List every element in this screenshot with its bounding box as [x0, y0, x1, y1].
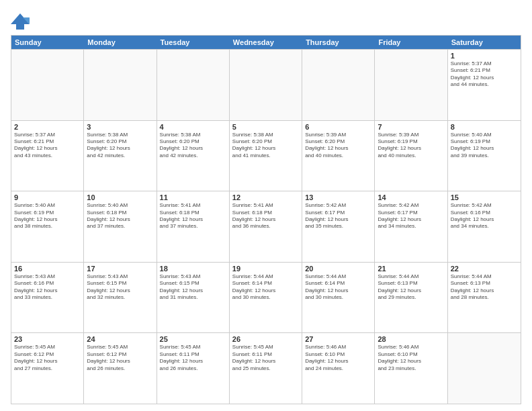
day-info: Sunrise: 5:43 AM Sunset: 6:16 PM Dayligh… [14, 273, 81, 302]
day-info: Sunrise: 5:45 AM Sunset: 6:12 PM Dayligh… [14, 344, 81, 372]
day-cell-5: 5Sunrise: 5:38 AM Sunset: 6:20 PM Daylig… [230, 121, 302, 191]
day-cell-23: 23Sunrise: 5:45 AM Sunset: 6:12 PM Dayli… [11, 333, 84, 404]
weekday-header-monday: Monday [84, 36, 157, 49]
day-cell-7: 7Sunrise: 5:39 AM Sunset: 6:19 PM Daylig… [375, 121, 447, 191]
day-cell-25: 25Sunrise: 5:45 AM Sunset: 6:11 PM Dayli… [157, 333, 230, 404]
day-info: Sunrise: 5:39 AM Sunset: 6:19 PM Dayligh… [378, 132, 444, 160]
day-cell-9: 9Sunrise: 5:40 AM Sunset: 6:19 PM Daylig… [11, 191, 84, 262]
day-cell-3: 3Sunrise: 5:38 AM Sunset: 6:20 PM Daylig… [84, 121, 157, 191]
day-info: Sunrise: 5:46 AM Sunset: 6:10 PM Dayligh… [305, 344, 371, 372]
day-number: 16 [14, 265, 81, 273]
day-cell-2: 2Sunrise: 5:37 AM Sunset: 6:21 PM Daylig… [11, 121, 84, 191]
day-number: 20 [305, 265, 371, 273]
day-cell-19: 19Sunrise: 5:44 AM Sunset: 6:14 PM Dayli… [230, 263, 302, 333]
day-number: 15 [451, 193, 518, 201]
empty-cell-0-3 [230, 50, 302, 120]
day-cell-1: 1Sunrise: 5:37 AM Sunset: 6:21 PM Daylig… [448, 50, 521, 120]
empty-cell-0-4 [302, 50, 375, 120]
day-info: Sunrise: 5:42 AM Sunset: 6:17 PM Dayligh… [378, 202, 444, 230]
day-info: Sunrise: 5:43 AM Sunset: 6:15 PM Dayligh… [160, 273, 226, 302]
day-info: Sunrise: 5:38 AM Sunset: 6:20 PM Dayligh… [87, 132, 153, 160]
day-cell-28: 28Sunrise: 5:46 AM Sunset: 6:10 PM Dayli… [375, 333, 447, 404]
day-info: Sunrise: 5:45 AM Sunset: 6:11 PM Dayligh… [160, 344, 226, 372]
day-number: 12 [232, 193, 299, 201]
day-info: Sunrise: 5:42 AM Sunset: 6:16 PM Dayligh… [451, 202, 518, 230]
day-info: Sunrise: 5:37 AM Sunset: 6:21 PM Dayligh… [14, 132, 81, 160]
weekday-header-tuesday: Tuesday [157, 36, 230, 49]
day-number: 27 [305, 335, 371, 343]
day-cell-27: 27Sunrise: 5:46 AM Sunset: 6:10 PM Dayli… [302, 333, 375, 404]
day-info: Sunrise: 5:44 AM Sunset: 6:14 PM Dayligh… [232, 273, 299, 302]
weekday-header-saturday: Saturday [448, 36, 521, 49]
empty-cell-0-1 [84, 50, 157, 120]
day-info: Sunrise: 5:38 AM Sunset: 6:20 PM Dayligh… [160, 132, 226, 160]
day-cell-21: 21Sunrise: 5:44 AM Sunset: 6:13 PM Dayli… [375, 263, 447, 333]
day-number: 26 [232, 335, 299, 343]
empty-cell-0-2 [157, 50, 230, 120]
day-number: 24 [87, 335, 153, 343]
day-cell-26: 26Sunrise: 5:45 AM Sunset: 6:11 PM Dayli… [230, 333, 302, 404]
weekday-header-wednesday: Wednesday [230, 36, 302, 49]
day-cell-13: 13Sunrise: 5:42 AM Sunset: 6:17 PM Dayli… [302, 191, 375, 262]
day-number: 28 [378, 335, 444, 343]
day-cell-17: 17Sunrise: 5:43 AM Sunset: 6:15 PM Dayli… [84, 263, 157, 333]
logo [11, 11, 32, 30]
day-info: Sunrise: 5:40 AM Sunset: 6:18 PM Dayligh… [87, 202, 153, 230]
day-number: 18 [160, 265, 226, 273]
calendar-row-5: 23Sunrise: 5:45 AM Sunset: 6:12 PM Dayli… [11, 332, 521, 404]
calendar-header: SundayMondayTuesdayWednesdayThursdayFrid… [11, 36, 521, 49]
day-info: Sunrise: 5:43 AM Sunset: 6:15 PM Dayligh… [87, 273, 153, 302]
day-info: Sunrise: 5:44 AM Sunset: 6:14 PM Dayligh… [305, 273, 371, 302]
weekday-header-thursday: Thursday [302, 36, 375, 49]
day-info: Sunrise: 5:38 AM Sunset: 6:20 PM Dayligh… [232, 132, 299, 160]
day-number: 9 [14, 193, 81, 201]
day-cell-18: 18Sunrise: 5:43 AM Sunset: 6:15 PM Dayli… [157, 263, 230, 333]
day-number: 14 [378, 193, 444, 201]
logo-icon [11, 11, 30, 30]
day-cell-8: 8Sunrise: 5:40 AM Sunset: 6:19 PM Daylig… [448, 121, 521, 191]
day-number: 8 [451, 123, 518, 131]
calendar-row-1: 1Sunrise: 5:37 AM Sunset: 6:21 PM Daylig… [11, 49, 521, 120]
day-info: Sunrise: 5:42 AM Sunset: 6:17 PM Dayligh… [305, 202, 371, 230]
day-info: Sunrise: 5:40 AM Sunset: 6:19 PM Dayligh… [14, 202, 81, 230]
day-cell-20: 20Sunrise: 5:44 AM Sunset: 6:14 PM Dayli… [302, 263, 375, 333]
day-info: Sunrise: 5:41 AM Sunset: 6:18 PM Dayligh… [232, 202, 299, 230]
day-cell-11: 11Sunrise: 5:41 AM Sunset: 6:18 PM Dayli… [157, 191, 230, 262]
day-info: Sunrise: 5:46 AM Sunset: 6:10 PM Dayligh… [378, 344, 444, 372]
day-info: Sunrise: 5:45 AM Sunset: 6:11 PM Dayligh… [232, 344, 299, 372]
day-info: Sunrise: 5:44 AM Sunset: 6:13 PM Dayligh… [378, 273, 444, 302]
day-cell-12: 12Sunrise: 5:41 AM Sunset: 6:18 PM Dayli… [230, 191, 302, 262]
day-cell-10: 10Sunrise: 5:40 AM Sunset: 6:18 PM Dayli… [84, 191, 157, 262]
calendar-row-3: 9Sunrise: 5:40 AM Sunset: 6:19 PM Daylig… [11, 191, 521, 262]
day-number: 1 [451, 52, 518, 60]
day-info: Sunrise: 5:40 AM Sunset: 6:19 PM Dayligh… [451, 132, 518, 160]
day-number: 6 [305, 123, 371, 131]
day-number: 11 [160, 193, 226, 201]
day-number: 10 [87, 193, 153, 201]
day-info: Sunrise: 5:45 AM Sunset: 6:12 PM Dayligh… [87, 344, 153, 372]
day-info: Sunrise: 5:44 AM Sunset: 6:13 PM Dayligh… [451, 273, 518, 302]
empty-cell-0-5 [375, 50, 447, 120]
day-cell-15: 15Sunrise: 5:42 AM Sunset: 6:16 PM Dayli… [448, 191, 521, 262]
empty-cell-4-6 [448, 333, 521, 404]
day-number: 21 [378, 265, 444, 273]
calendar-row-4: 16Sunrise: 5:43 AM Sunset: 6:16 PM Dayli… [11, 262, 521, 333]
day-number: 17 [87, 265, 153, 273]
day-cell-4: 4Sunrise: 5:38 AM Sunset: 6:20 PM Daylig… [157, 121, 230, 191]
day-cell-14: 14Sunrise: 5:42 AM Sunset: 6:17 PM Dayli… [375, 191, 447, 262]
day-number: 25 [160, 335, 226, 343]
day-number: 4 [160, 123, 226, 131]
day-cell-6: 6Sunrise: 5:39 AM Sunset: 6:20 PM Daylig… [302, 121, 375, 191]
day-cell-24: 24Sunrise: 5:45 AM Sunset: 6:12 PM Dayli… [84, 333, 157, 404]
day-number: 2 [14, 123, 81, 131]
day-info: Sunrise: 5:39 AM Sunset: 6:20 PM Dayligh… [305, 132, 371, 160]
day-number: 5 [232, 123, 299, 131]
day-number: 3 [87, 123, 153, 131]
day-cell-16: 16Sunrise: 5:43 AM Sunset: 6:16 PM Dayli… [11, 263, 84, 333]
calendar: SundayMondayTuesdayWednesdayThursdayFrid… [11, 35, 521, 404]
weekday-header-friday: Friday [375, 36, 447, 49]
day-number: 23 [14, 335, 81, 343]
weekday-header-sunday: Sunday [11, 36, 84, 49]
day-cell-22: 22Sunrise: 5:44 AM Sunset: 6:13 PM Dayli… [448, 263, 521, 333]
day-number: 7 [378, 123, 444, 131]
